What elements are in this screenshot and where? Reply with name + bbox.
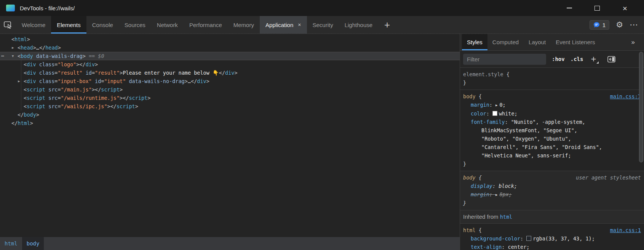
tree-row[interactable]: ▶<head>…</head> xyxy=(0,43,460,52)
tab-label: Console xyxy=(92,22,113,28)
minimize-button[interactable] xyxy=(561,0,578,16)
styles-tab-styles[interactable]: Styles xyxy=(462,34,487,50)
property-name: text-align xyxy=(471,244,502,250)
issues-button[interactable]: 1 xyxy=(590,20,609,30)
issues-count: 1 xyxy=(602,22,606,28)
tree-row[interactable]: <html> xyxy=(0,35,460,43)
style-rule-body: user agent stylesheetbody {display: bloc… xyxy=(460,171,644,210)
settings-button[interactable]: ⚙ xyxy=(616,20,623,29)
toolbar-right: 1 ⚙ ⋯ xyxy=(590,16,644,34)
node-menu-dots-icon[interactable]: ⋯ xyxy=(1,52,5,60)
issues-chat-icon xyxy=(593,22,600,28)
more-tabs-icon[interactable]: » xyxy=(631,34,635,50)
tree-row[interactable]: <script src="/main.js"></script> xyxy=(0,85,460,94)
window-title: DevTools - file://wails/ xyxy=(20,5,75,11)
tab-application[interactable]: Application× xyxy=(260,16,307,34)
tab-sources[interactable]: Sources xyxy=(119,16,151,34)
rule-selector: body xyxy=(463,175,476,181)
css-declaration-font-family[interactable]: font-family: "Nunito", -apple-system, xyxy=(463,118,634,126)
close-tab-icon[interactable]: × xyxy=(298,22,301,28)
property-name: font-family xyxy=(471,119,505,125)
property-value: center; xyxy=(508,244,530,250)
css-declaration-margin[interactable]: margin: ▶8px; xyxy=(463,190,634,199)
css-declaration-background-color[interactable]: background-color: rgba(33, 37, 43, 1); xyxy=(463,234,634,243)
styles-tab-event-listeners[interactable]: Event Listeners xyxy=(551,34,600,50)
tree-row[interactable]: ⋯▼<body data-wails-drag> == $0 xyxy=(0,52,460,60)
collapse-arrow-icon[interactable]: ▶ xyxy=(12,43,14,52)
stylesheet-link[interactable]: main.css:7 xyxy=(610,92,641,101)
rule-open-line: element.style { xyxy=(463,70,634,79)
rule-close-line: } xyxy=(463,160,634,168)
styles-tab-computed[interactable]: Computed xyxy=(487,34,524,50)
styles-filter-input[interactable] xyxy=(463,54,546,65)
toggle-element-classes-button[interactable]: .cls xyxy=(570,56,583,62)
scrollbar-thumb[interactable] xyxy=(639,52,643,162)
inherited-from-label: Inherited from xyxy=(463,213,500,220)
property-name: background-color xyxy=(471,236,520,242)
more-options-button[interactable]: ⋯ xyxy=(630,20,638,30)
property-name: margin xyxy=(471,102,489,108)
expand-value-arrow-icon[interactable]: ▶ xyxy=(495,191,497,199)
css-declaration-text-align[interactable]: text-align: center; xyxy=(463,243,634,250)
rule-open-line: main.css:7body { xyxy=(463,92,634,101)
stylesheet-link[interactable]: main.css:1 xyxy=(610,226,641,234)
tab-welcome[interactable]: Welcome xyxy=(16,16,51,34)
toolbar-tabs: WelcomeElementsConsoleSourcesNetworkPerf… xyxy=(16,16,378,34)
inspect-element-button[interactable] xyxy=(0,16,16,34)
sidebar-toggle-icon xyxy=(607,56,615,62)
styles-rules-list: element.style {}main.css:7body {margin: … xyxy=(460,68,644,250)
wrapped-value-line: "Roboto", "Oxygen", "Ubuntu", xyxy=(463,135,634,143)
breadcrumb-item-html[interactable]: html xyxy=(0,237,22,250)
tree-row[interactable]: <div class="result" id="result">Please e… xyxy=(0,69,460,77)
tab-label: Welcome xyxy=(22,22,45,28)
ellipsis-icon: ⋯ xyxy=(630,20,638,30)
toggle-computed-sidebar-button[interactable] xyxy=(607,56,615,62)
expand-arrow-icon[interactable]: ▼ xyxy=(12,52,14,60)
minimize-icon xyxy=(567,8,572,8)
devtools-content: <html>▶<head>…</head>⋯▼<body data-wails-… xyxy=(0,34,644,250)
new-style-rule-button[interactable]: + xyxy=(589,54,598,64)
inspect-icon xyxy=(4,21,13,29)
tab-console[interactable]: Console xyxy=(86,16,119,34)
styles-tabs: StylesComputedLayoutEvent Listeners» xyxy=(460,34,644,50)
toggle-pseudo-state-button[interactable]: :hov xyxy=(552,56,565,62)
breadcrumb-item-body[interactable]: body xyxy=(22,237,44,250)
close-button[interactable]: × xyxy=(616,0,634,16)
property-value: 8px; xyxy=(499,191,512,197)
tree-row[interactable]: </html> xyxy=(0,119,460,127)
tree-row[interactable]: </body> xyxy=(0,111,460,119)
color-swatch[interactable] xyxy=(526,236,531,241)
styles-tab-layout[interactable]: Layout xyxy=(524,34,551,50)
rule-close-line: } xyxy=(463,199,634,207)
css-declaration-margin[interactable]: margin: ▶0; xyxy=(463,101,634,109)
tab-elements[interactable]: Elements xyxy=(51,16,86,34)
devtools-toolbar: WelcomeElementsConsoleSourcesNetworkPerf… xyxy=(0,16,644,34)
tab-memory[interactable]: Memory xyxy=(228,16,260,34)
tab-security[interactable]: Security xyxy=(307,16,339,34)
color-swatch[interactable] xyxy=(492,111,497,116)
css-declaration-display[interactable]: display: block; xyxy=(463,182,634,190)
property-value: "Nunito", -apple-system, xyxy=(511,119,585,125)
tab-lighthouse[interactable]: Lighthouse xyxy=(339,16,378,34)
gear-icon: ⚙ xyxy=(616,20,623,29)
elements-panel: <html>▶<head>…</head>⋯▼<body data-wails-… xyxy=(0,34,460,250)
point-down-emoji: 👇 xyxy=(213,70,219,76)
inherited-node-link[interactable]: html xyxy=(500,214,513,220)
tab-performance[interactable]: Performance xyxy=(184,16,228,34)
style-rule-element-style: element.style {} xyxy=(460,68,644,90)
tab-network[interactable]: Network xyxy=(151,16,184,34)
expand-value-arrow-icon[interactable]: ▶ xyxy=(495,101,497,109)
add-tab-button[interactable]: + xyxy=(378,16,396,34)
tree-row[interactable]: <script src="/wails/runtime.js"></script… xyxy=(0,94,460,102)
tree-row[interactable]: <div class="logo"></div> xyxy=(0,60,460,69)
tab-label: Sources xyxy=(125,22,145,28)
breadcrumb: htmlbody xyxy=(0,237,460,250)
property-name: display xyxy=(471,183,492,189)
tree-row[interactable]: <script src="/wails/ipc.js"></script> xyxy=(0,102,460,111)
styles-scrollbar[interactable] xyxy=(639,51,644,250)
tree-row[interactable]: ▶<div class="input-box" id="input" data-… xyxy=(0,77,460,85)
collapse-arrow-icon[interactable]: ▶ xyxy=(18,77,20,85)
css-declaration-color[interactable]: color: white; xyxy=(463,109,634,118)
maximize-button[interactable] xyxy=(588,0,606,16)
close-icon: × xyxy=(623,4,627,12)
